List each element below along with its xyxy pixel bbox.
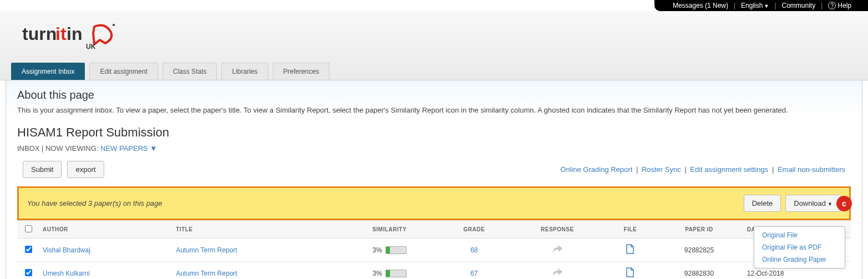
viewing-filter: INBOX | NOW VIEWING: NEW PAPERS ▼	[17, 144, 851, 153]
tab-assignment-inbox[interactable]: Assignment Inbox	[11, 63, 85, 80]
col-file[interactable]: FILE	[606, 221, 655, 239]
author-link[interactable]: Vishal Bhardwaj	[43, 246, 90, 254]
header-area: turn it in UK Assignment InboxEdit assig…	[0, 11, 868, 80]
actions-row: Submit export Online Grading Report | Ro…	[17, 161, 851, 178]
tab-preferences[interactable]: Preferences	[273, 63, 330, 80]
similarity-cell[interactable]: 3%	[373, 246, 407, 254]
annotation-badge-c: c	[836, 196, 852, 211]
grade-link[interactable]: 67	[470, 270, 478, 277]
delete-button[interactable]: Delete	[744, 195, 781, 212]
roster-sync-link[interactable]: Roster Sync	[642, 165, 681, 174]
row-checkbox[interactable]	[25, 269, 32, 276]
about-heading: About this page	[17, 89, 851, 102]
right-links: Online Grading Report | Roster Sync | Ed…	[560, 165, 845, 174]
similarity-cell[interactable]: 3%	[373, 270, 407, 277]
response-icon	[552, 271, 563, 278]
col-paperid[interactable]: PAPER ID	[654, 221, 744, 239]
download-button[interactable]: Download▼	[785, 195, 841, 212]
row-checkbox[interactable]	[25, 246, 32, 253]
svg-text:turn: turn	[22, 24, 57, 44]
selection-text: You have selected 3 paper(s) on this pag…	[27, 199, 163, 207]
table-row: Umesh KulkarniAutumn Term Report3%679288…	[17, 262, 851, 280]
svg-text:it: it	[55, 24, 67, 44]
email-non-submitters-link[interactable]: Email non-submitters	[778, 165, 845, 174]
similarity-bar	[385, 270, 407, 277]
tab-class-stats[interactable]: Class Stats	[163, 63, 217, 80]
similarity-bar	[385, 246, 407, 254]
language-link[interactable]: English▼	[735, 2, 774, 9]
online-grading-report-link[interactable]: Online Grading Report	[560, 165, 632, 174]
response-icon	[552, 247, 563, 255]
svg-point-3	[113, 24, 115, 26]
download-dropdown-menu: Original File Original File as PDF Onlin…	[754, 226, 845, 268]
community-link[interactable]: Community	[776, 2, 821, 9]
col-author[interactable]: AUTHOR	[39, 221, 172, 239]
download-original-pdf[interactable]: Original File as PDF	[754, 241, 845, 253]
edit-assignment-settings-link[interactable]: Edit assignment settings	[690, 165, 768, 174]
main-tabs: Assignment InboxEdit assignmentClass Sta…	[11, 63, 857, 80]
col-similarity[interactable]: SIMILARITY	[339, 221, 440, 239]
tab-libraries[interactable]: Libraries	[221, 63, 268, 80]
col-title[interactable]: TITLE	[172, 221, 339, 239]
select-all-checkbox[interactable]	[25, 225, 32, 232]
grade-link[interactable]: 68	[470, 246, 478, 254]
paper-id: 92882830	[654, 262, 744, 280]
help-icon: ?	[828, 2, 836, 9]
assignment-title: HISAM1 Report Submission	[17, 125, 851, 140]
export-button[interactable]: export	[67, 161, 104, 178]
col-grade[interactable]: GRADE	[440, 221, 509, 239]
main-content: About this page This is your assignment …	[6, 80, 862, 279]
help-link[interactable]: ?Help	[823, 2, 857, 9]
table-row: Vishal BhardwajAutumn Term Report3%68928…	[17, 239, 851, 262]
svg-text:in: in	[67, 24, 82, 44]
selection-actions: Delete Download▼	[744, 195, 841, 212]
top-utility-bar: Messages (1 New) | English▼ | Community …	[654, 0, 868, 11]
about-description: This is your assignment inbox. To view a…	[17, 106, 851, 114]
viewing-prefix: INBOX | NOW VIEWING:	[17, 144, 100, 153]
viewing-link[interactable]: NEW PAPERS ▼	[100, 144, 157, 153]
selection-bar: You have selected 3 paper(s) on this pag…	[17, 186, 851, 220]
file-download-icon[interactable]	[626, 248, 634, 256]
turnitin-logo: turn it in UK	[22, 22, 857, 54]
paper-title-link[interactable]: Autumn Term Report	[176, 270, 237, 277]
submit-button[interactable]: Submit	[23, 161, 62, 178]
svg-text:UK: UK	[86, 43, 96, 50]
tab-edit-assignment[interactable]: Edit assignment	[89, 63, 158, 80]
chevron-down-icon: ▼	[764, 3, 769, 9]
left-actions: Submit export	[23, 161, 104, 178]
paper-title-link[interactable]: Autumn Term Report	[176, 246, 237, 254]
file-download-icon[interactable]	[626, 271, 634, 279]
paper-id: 92882825	[654, 239, 744, 262]
download-grading-paper[interactable]: Online Grading Paper	[754, 253, 845, 266]
download-original-file[interactable]: Original File	[754, 229, 845, 241]
author-link[interactable]: Umesh Kulkarni	[43, 270, 90, 277]
col-checkbox	[17, 221, 39, 239]
messages-link[interactable]: Messages (1 New)	[667, 2, 734, 9]
selection-wrapper: You have selected 3 paper(s) on this pag…	[17, 186, 851, 279]
papers-table: AUTHOR TITLE SIMILARITY GRADE RESPONSE F…	[17, 220, 851, 279]
col-response[interactable]: RESPONSE	[509, 221, 606, 239]
caret-down-icon: ▼	[828, 201, 833, 207]
